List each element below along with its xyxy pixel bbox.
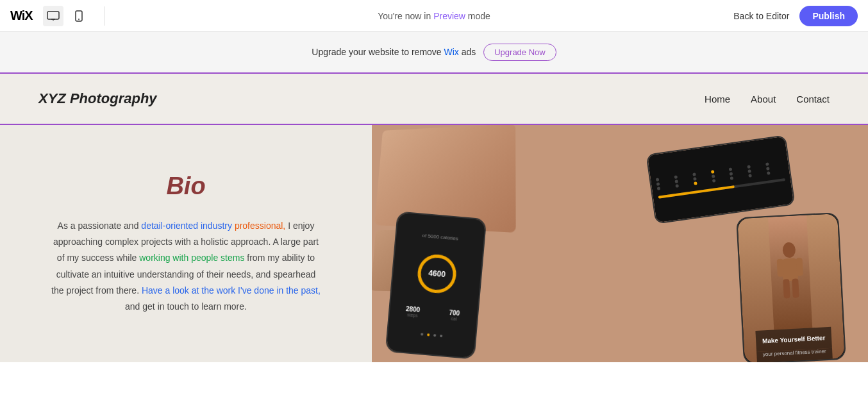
person-area xyxy=(768,215,812,330)
dot xyxy=(747,165,751,169)
svg-point-5 xyxy=(782,242,796,258)
svg-rect-9 xyxy=(783,279,790,298)
dot xyxy=(765,162,769,166)
dot xyxy=(730,172,733,176)
phone-fitness-person: Make Yourself Better your personal fitne… xyxy=(736,212,846,362)
bio-text-highlight3: working with people stems xyxy=(139,253,244,263)
banner-wix-text: Wix xyxy=(444,47,459,57)
top-bar-right: Back to Editor Publish xyxy=(733,6,858,26)
main-content: Bio As a passionate and detail-oriented … xyxy=(0,125,868,362)
svg-rect-6 xyxy=(782,258,799,281)
nav-home[interactable]: Home xyxy=(705,94,730,104)
mobile-view-icon[interactable] xyxy=(69,6,89,26)
dot xyxy=(712,179,715,183)
dot xyxy=(767,171,771,175)
dot xyxy=(656,182,660,186)
dot xyxy=(729,167,733,171)
device-icons xyxy=(43,6,89,26)
desktop-view-icon[interactable] xyxy=(43,6,63,26)
dot xyxy=(748,169,752,173)
nav-contact[interactable]: Contact xyxy=(796,94,830,104)
dot xyxy=(657,187,661,190)
publish-button[interactable]: Publish xyxy=(799,6,858,26)
site-logo: XYZ Photography xyxy=(38,90,157,107)
separator xyxy=(104,6,105,26)
dot xyxy=(749,174,753,178)
dot xyxy=(693,177,697,181)
top-bar: WiX You're now in Preview mode Back to E… xyxy=(0,0,868,32)
preview-text-before: You're now in xyxy=(378,11,433,21)
preview-mode-word: Preview xyxy=(433,11,465,21)
dot xyxy=(711,174,715,178)
banner-text-before: Upgrade your website to remove xyxy=(312,47,444,57)
fitness-screen: of 5000 calories 4600 2800 steps 700 cal xyxy=(387,212,485,358)
fitness-person-screen: Make Yourself Better your personal fitne… xyxy=(737,213,845,362)
phone-fitness-tracker: of 5000 calories 4600 2800 steps 700 cal xyxy=(385,211,487,359)
dot-active xyxy=(694,181,697,185)
dot xyxy=(692,172,696,176)
bio-panel: Bio As a passionate and detail-oriented … xyxy=(0,125,372,362)
phone-container: of 5000 calories 4600 2800 steps 700 cal xyxy=(372,125,868,362)
dot-active xyxy=(710,170,714,174)
back-to-editor-link[interactable]: Back to Editor xyxy=(733,11,789,21)
site-header: XYZ Photography Home About Contact xyxy=(0,74,868,125)
wix-logo: WiX xyxy=(10,8,33,23)
phone-dark-calendar xyxy=(646,135,795,224)
bio-text-highlight1: detail-oriented industry xyxy=(141,221,232,231)
dot xyxy=(675,184,679,188)
upgrade-banner: Upgrade your website to remove Wix ads U… xyxy=(0,32,868,74)
upgrade-now-button[interactable]: Upgrade Now xyxy=(483,44,556,61)
bio-text-highlight2: professional, xyxy=(235,221,285,231)
dot xyxy=(766,167,770,171)
image-panel: of 5000 calories 4600 2800 steps 700 cal xyxy=(372,125,868,362)
site-nav: Home About Contact xyxy=(705,94,830,104)
preview-text-after: mode xyxy=(465,11,490,21)
bio-text: As a passionate and detail-oriented indu… xyxy=(51,218,321,315)
banner-text-after: ads xyxy=(459,47,476,57)
calorie-number: 4600 xyxy=(428,269,446,279)
bio-text-highlight4: Have a look at the work I've done in the… xyxy=(142,285,321,296)
svg-rect-0 xyxy=(47,12,59,19)
dot xyxy=(674,175,678,179)
svg-rect-7 xyxy=(777,259,784,277)
nav-about[interactable]: About xyxy=(751,94,776,104)
dot xyxy=(674,180,678,183)
preview-message: You're now in Preview mode xyxy=(378,11,490,21)
dot xyxy=(730,176,734,180)
dot xyxy=(656,178,660,181)
bio-title: Bio xyxy=(166,172,205,200)
svg-rect-8 xyxy=(796,258,803,276)
svg-rect-10 xyxy=(792,278,799,297)
svg-point-4 xyxy=(78,19,79,20)
calorie-ring: 4600 xyxy=(416,253,458,294)
phone-dark-screen xyxy=(647,136,794,222)
